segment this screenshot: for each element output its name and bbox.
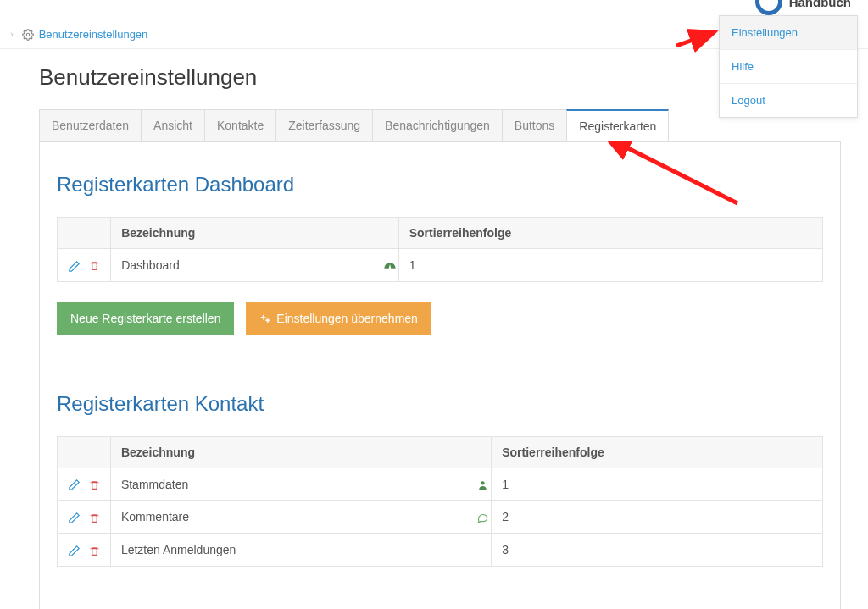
row-order: 2 [492,501,823,534]
tab-ansicht[interactable]: Ansicht [141,109,205,141]
row-label: Stammdaten [110,468,474,501]
create-tab-button[interactable]: Neue Registerkarte erstellen [57,302,234,335]
cogs-icon [259,312,271,325]
col-actions [58,436,111,468]
button-label: Einstellungen übernehmen [276,312,418,325]
tab-buttons[interactable]: Buttons [502,109,567,141]
section-title-dashboard: Registerkarten Dashboard [57,173,823,197]
svg-point-3 [481,481,484,484]
gear-icon [22,27,34,41]
brand-area: Handbuch [755,0,851,15]
speech-bubble-icon [476,509,489,523]
tabs: Benutzerdaten Ansicht Kontakte Zeiterfas… [39,109,841,141]
trash-icon[interactable] [89,543,100,556]
svg-point-0 [26,33,30,36]
col-actions [58,218,111,249]
section-title-kontakt: Registerkarten Kontakt [57,392,823,416]
apply-settings-button[interactable]: Einstellungen übernehmen [246,302,431,335]
edit-icon[interactable] [68,477,81,491]
row-order: 3 [492,534,823,567]
kontakt-tabs-table: Bezeichnung Sortierreihenfolge Stammdate… [57,436,823,567]
tab-kontakte[interactable]: Kontakte [204,109,276,141]
row-icon-empty [475,534,492,567]
tab-benachrichtigungen[interactable]: Benachrichtigungen [372,109,503,141]
tab-zeiterfassung[interactable]: Zeiterfassung [275,109,373,141]
row-label: Dashboard [111,249,382,282]
svg-point-1 [262,316,265,319]
row-order: 1 [492,468,823,501]
col-sortierreihenfolge: Sortierreihenfolge [492,436,823,468]
edit-icon[interactable] [68,542,81,556]
col-sortierreihenfolge: Sortierreihenfolge [398,218,822,249]
tab-panel: Registerkarten Dashboard Bezeichnung Sor… [39,141,841,609]
tab-benutzerdaten[interactable]: Benutzerdaten [39,109,142,141]
trash-icon[interactable] [89,511,100,524]
edit-icon[interactable] [68,510,81,524]
row-label: Letzten Anmeldungen [110,534,474,567]
table-row: Dashboard 1 [58,249,823,282]
brand-logo-icon [755,0,782,15]
page-title: Benutzereinstellungen [39,64,841,91]
edit-icon[interactable] [68,257,84,272]
person-icon [477,477,488,491]
col-bezeichnung: Bezeichnung [110,436,491,468]
row-order: 1 [398,249,822,282]
col-bezeichnung: Bezeichnung [111,218,399,249]
trash-icon[interactable] [89,478,100,491]
table-row: Letzten Anmeldungen 3 [58,534,823,567]
dashboard-icon [383,257,397,272]
row-label: Kommentare [110,501,474,534]
button-label: Neue Registerkarte erstellen [70,312,220,325]
brand-text: Handbuch [789,0,851,9]
svg-point-2 [266,318,270,322]
dashboard-tabs-table: Bezeichnung Sortierreihenfolge Dashboard [57,217,823,282]
breadcrumb-link[interactable]: Benutzereinstellungen [39,28,148,41]
tab-registerkarten[interactable]: Registerkarten [566,109,669,141]
dropdown-item-settings[interactable]: Einstellungen [720,16,857,50]
chevron-right-icon: › [10,29,14,39]
trash-icon[interactable] [89,258,100,272]
table-row: Stammdaten 1 [58,468,823,501]
table-row: Kommentare 2 [58,501,823,534]
